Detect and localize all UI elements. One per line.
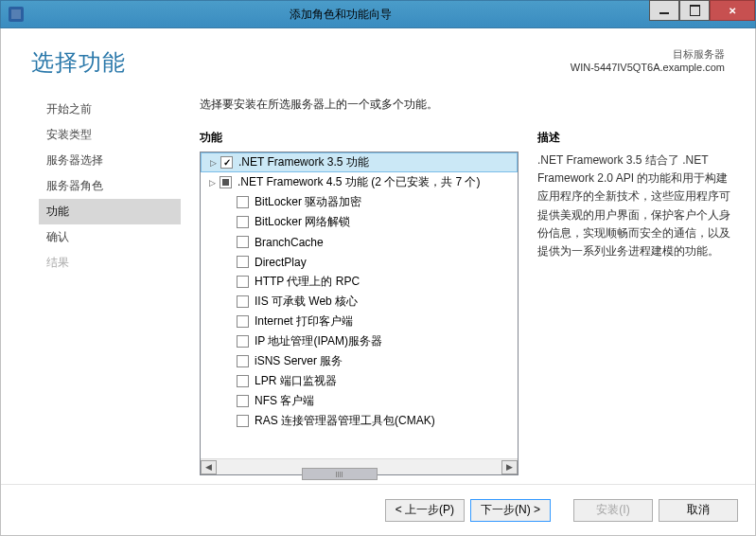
nav-results: 结果 (39, 250, 181, 276)
nav-server-roles[interactable]: 服务器角色 (39, 173, 181, 199)
feature-checkbox[interactable] (237, 256, 249, 268)
feature-row[interactable]: ▷ NFS 客户端 (201, 391, 518, 411)
feature-checkbox[interactable] (237, 355, 249, 367)
feature-label: LPR 端口监视器 (255, 373, 337, 389)
feature-label: NFS 客户端 (255, 393, 314, 409)
install-button: 安装(I) (573, 499, 653, 522)
feature-label: DirectPlay (255, 256, 307, 269)
scroll-left-button[interactable]: ◀ (201, 460, 217, 474)
feature-row[interactable]: ▷ LPR 端口监视器 (201, 371, 518, 391)
previous-button[interactable]: < 上一步(P) (385, 499, 465, 522)
wizard-nav: 开始之前 安装类型 服务器选择 服务器角色 功能 确认 结果 (1, 87, 181, 484)
columns: 功能 ▷ .NET Framework 3.5 功能 ▷ .NE (200, 130, 736, 484)
description-text: .NET Framework 3.5 结合了 .NET Framework 2.… (537, 152, 736, 260)
feature-row[interactable]: ▷ IP 地址管理(IPAM)服务器 (201, 331, 518, 351)
feature-row[interactable]: ▷ BranchCache (201, 232, 518, 252)
feature-row[interactable]: ▷ IIS 可承载 Web 核心 (201, 292, 518, 312)
nav-installation-type[interactable]: 安装类型 (39, 122, 181, 148)
window-buttons (649, 1, 755, 27)
feature-row[interactable]: ▷ .NET Framework 4.5 功能 (2 个已安装，共 7 个) (201, 172, 518, 192)
feature-row[interactable]: ▷ HTTP 代理上的 RPC (201, 272, 518, 292)
page-title: 选择功能 (31, 47, 126, 78)
feature-label: RAS 连接管理器管理工具包(CMAK) (255, 413, 435, 429)
expand-toggle-icon[interactable]: ▷ (206, 177, 218, 188)
feature-row[interactable]: ▷ RAS 连接管理器管理工具包(CMAK) (201, 411, 518, 431)
feature-checkbox[interactable] (220, 176, 232, 188)
horizontal-scrollbar[interactable]: ◀ ▶ (201, 458, 518, 474)
target-server-label: 目标服务器 (571, 47, 725, 62)
features-header: 功能 (200, 130, 519, 146)
feature-label: IIS 可承载 Web 核心 (255, 294, 358, 310)
feature-checkbox[interactable] (237, 395, 249, 407)
cancel-button[interactable]: 取消 (659, 499, 738, 522)
feature-row[interactable]: ▷ BitLocker 网络解锁 (201, 212, 518, 232)
feature-row[interactable]: ▷ DirectPlay (201, 252, 518, 272)
feature-label: BitLocker 驱动器加密 (255, 194, 361, 210)
feature-row[interactable]: ▷ .NET Framework 3.5 功能 (201, 152, 518, 172)
scroll-thumb[interactable] (302, 468, 378, 480)
feature-checkbox[interactable] (237, 375, 249, 387)
nav-server-selection[interactable]: 服务器选择 (39, 148, 181, 173)
feature-row[interactable]: ▷ Internet 打印客户端 (201, 312, 518, 331)
expand-toggle-icon[interactable]: ▷ (207, 157, 219, 169)
feature-label: IP 地址管理(IPAM)服务器 (255, 333, 382, 349)
nav-features[interactable]: 功能 (39, 199, 181, 224)
feature-checkbox[interactable] (237, 415, 249, 427)
minimize-button[interactable] (649, 0, 679, 21)
nav-confirmation[interactable]: 确认 (39, 224, 181, 250)
main-panel: 选择要安装在所选服务器上的一个或多个功能。 功能 ▷ .NET Framewor… (181, 87, 736, 484)
feature-checkbox[interactable] (237, 335, 249, 348)
feature-checkbox[interactable] (237, 315, 249, 328)
wizard-content: 选择功能 目标服务器 WIN-5447IV5QT6A.example.com 开… (0, 28, 756, 536)
feature-checkbox[interactable] (237, 196, 249, 208)
feature-checkbox[interactable] (237, 295, 249, 308)
window-title: 添加角色和功能向导 (31, 7, 649, 23)
feature-checkbox[interactable] (237, 276, 249, 288)
feature-row[interactable]: ▷ iSNS Server 服务 (201, 351, 518, 371)
app-icon (9, 7, 24, 22)
feature-checkbox[interactable] (237, 216, 249, 228)
feature-label: HTTP 代理上的 RPC (255, 274, 360, 290)
titlebar[interactable]: 添加角色和功能向导 (0, 0, 756, 28)
feature-checkbox[interactable] (220, 156, 233, 169)
target-server-name: WIN-5447IV5QT6A.example.com (571, 62, 725, 73)
maximize-button[interactable] (679, 0, 710, 21)
scroll-right-button[interactable]: ▶ (501, 460, 518, 474)
feature-label: iSNS Server 服务 (255, 353, 343, 369)
close-button[interactable] (710, 0, 755, 21)
body: 开始之前 安装类型 服务器选择 服务器角色 功能 确认 结果 选择要安装在所选服… (1, 87, 755, 484)
features-listbox: ▷ .NET Framework 3.5 功能 ▷ .NET Framework… (200, 152, 519, 475)
feature-row[interactable]: ▷ BitLocker 驱动器加密 (201, 192, 518, 212)
nav-before-you-begin[interactable]: 开始之前 (39, 97, 181, 122)
next-button[interactable]: 下一步(N) > (470, 499, 551, 522)
feature-label: BitLocker 网络解锁 (255, 214, 350, 230)
feature-label: .NET Framework 3.5 功能 (238, 154, 369, 170)
features-column: 功能 ▷ .NET Framework 3.5 功能 ▷ .NE (200, 130, 519, 484)
features-scroll[interactable]: ▷ .NET Framework 3.5 功能 ▷ .NET Framework… (201, 152, 518, 458)
feature-label: .NET Framework 4.5 功能 (2 个已安装，共 7 个) (237, 174, 480, 190)
feature-label: BranchCache (255, 236, 324, 249)
intro-text: 选择要安装在所选服务器上的一个或多个功能。 (200, 97, 736, 113)
feature-label: Internet 打印客户端 (255, 313, 353, 330)
feature-checkbox[interactable] (237, 236, 249, 248)
footer: < 上一步(P) 下一步(N) > 安装(I) 取消 (1, 484, 755, 535)
description-header: 描述 (537, 130, 736, 146)
description-column: 描述 .NET Framework 3.5 结合了 .NET Framework… (537, 130, 736, 484)
header: 选择功能 目标服务器 WIN-5447IV5QT6A.example.com (1, 28, 755, 87)
target-server-info: 目标服务器 WIN-5447IV5QT6A.example.com (571, 47, 725, 73)
